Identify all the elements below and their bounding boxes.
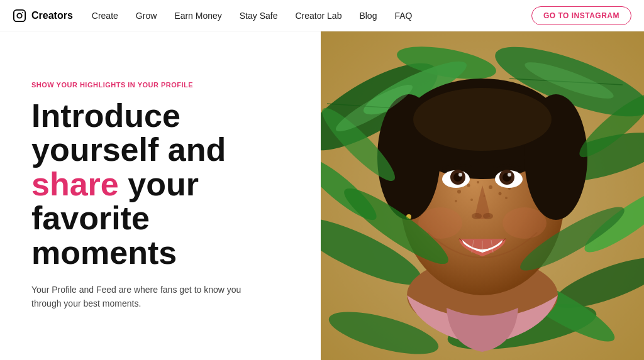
main-content: SHOW YOUR HIGHLIGHTS IN YOUR PROFILE Int… <box>0 31 644 360</box>
nav-link-stay-safe[interactable]: Stay Safe <box>240 11 278 21</box>
go-to-instagram-button[interactable]: GO TO INSTAGRAM <box>531 6 631 25</box>
brand-logo-link[interactable]: Creators <box>13 9 73 23</box>
svg-point-35 <box>505 197 508 199</box>
svg-point-39 <box>458 173 462 177</box>
svg-point-29 <box>489 185 492 189</box>
nav-link-earn-money[interactable]: Earn Money <box>174 11 221 21</box>
nav-link-creator-lab[interactable]: Creator Lab <box>295 11 341 21</box>
svg-point-34 <box>455 200 457 202</box>
headline-text-part1: Introduce yourself and <box>31 97 226 168</box>
svg-point-25 <box>413 88 552 151</box>
svg-point-2 <box>22 12 23 13</box>
nav-link-faq[interactable]: FAQ <box>394 11 412 21</box>
svg-point-26 <box>457 190 461 194</box>
hero-eyebrow: SHOW YOUR HIGHLIGHTS IN YOUR PROFILE <box>31 81 289 89</box>
svg-point-30 <box>499 192 502 195</box>
svg-rect-0 <box>14 9 25 21</box>
navbar: Creators Create Grow Earn Money Stay Saf… <box>0 0 644 31</box>
headline-highlight: share <box>31 166 119 202</box>
hero-subtext: Your Profile and Feed are where fans get… <box>31 283 270 311</box>
hero-headline: Introduce yourself and share your favori… <box>31 99 289 270</box>
brand-label: Creators <box>31 10 73 21</box>
svg-point-50 <box>502 207 547 239</box>
nav-link-create[interactable]: Create <box>92 11 118 21</box>
svg-point-44 <box>472 213 482 219</box>
svg-point-1 <box>17 13 21 18</box>
svg-point-28 <box>477 181 479 183</box>
nav-links: Create Grow Earn Money Stay Safe Creator… <box>92 11 531 21</box>
nav-link-grow[interactable]: Grow <box>136 11 157 21</box>
nav-link-blog[interactable]: Blog <box>359 11 377 21</box>
svg-point-45 <box>483 213 493 219</box>
svg-point-32 <box>470 199 473 201</box>
svg-point-43 <box>508 173 511 177</box>
hero-left-panel: SHOW YOUR HIGHLIGHTS IN YOUR PROFILE Int… <box>0 31 321 360</box>
hero-image <box>321 31 644 360</box>
instagram-icon <box>13 9 26 23</box>
svg-point-27 <box>467 184 470 187</box>
hero-image-panel <box>321 31 644 360</box>
